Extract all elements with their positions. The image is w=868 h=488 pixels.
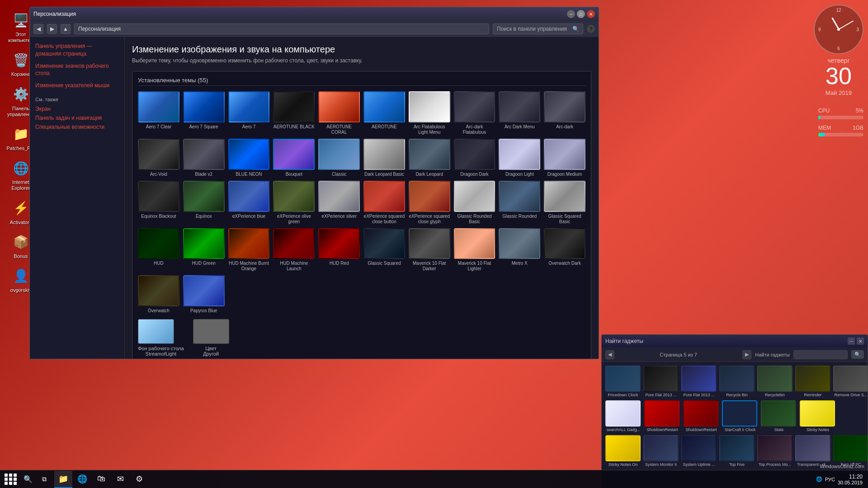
theme-item-aero7clear[interactable]: Aero 7 Clear bbox=[138, 91, 179, 135]
nav-forward-button[interactable]: ▶ bbox=[47, 24, 57, 34]
theme-item-expsqglyph[interactable]: eXPerience squared close glyph bbox=[409, 181, 450, 225]
gadget-item-shutdown1[interactable]: ShutdownRestart bbox=[644, 400, 680, 432]
gadget-item-starcraft-clock[interactable]: StarCraft II Clock bbox=[722, 400, 758, 432]
sidebar-accessibility-link[interactable]: Специальные возможности bbox=[35, 124, 119, 130]
theme-item-aero7sq[interactable]: Aero 7 Square bbox=[183, 91, 225, 135]
theme-item-metrox[interactable]: Metro X bbox=[499, 228, 540, 272]
theme-item-expsqbutton[interactable]: eXPerience squared close button bbox=[363, 181, 405, 225]
gadget-item-pricedown-clock[interactable]: Pricedown Clock bbox=[605, 366, 641, 398]
theme-item-papyrosblue[interactable]: Papyros Blue bbox=[183, 275, 225, 314]
theme-item-overwatch[interactable]: Overwatch bbox=[138, 275, 179, 314]
gadgets-search-input[interactable] bbox=[793, 350, 848, 359]
theme-item-hudmachineburnt[interactable]: HUD Machine Burnt Orange bbox=[228, 228, 270, 272]
nav-back-button[interactable]: ◀ bbox=[33, 24, 43, 34]
taskbar-app-store[interactable]: 🛍 bbox=[92, 471, 110, 488]
gadget-item-topprocess[interactable]: Top Process Mo... bbox=[757, 435, 793, 467]
gadgets-next-button[interactable]: ▶ bbox=[742, 350, 751, 359]
theme-item-expolive[interactable]: eXPerience olive green bbox=[273, 181, 315, 225]
search-box[interactable]: Поиск в панели управления 🔍 bbox=[493, 23, 583, 34]
sidebar-taskbar-link[interactable]: Панель задач и навигация bbox=[35, 115, 119, 121]
theme-item-dragonmed[interactable]: Dragoon Medium bbox=[544, 139, 585, 177]
start-button[interactable] bbox=[2, 471, 20, 488]
gadget-item-recycle-bin[interactable]: Recycle Bin bbox=[719, 366, 755, 398]
gadgets-close-button[interactable]: ✕ bbox=[857, 338, 864, 345]
window-maximize-button[interactable]: □ bbox=[577, 10, 585, 18]
theme-item-equinox[interactable]: Equinox bbox=[183, 181, 225, 225]
theme-item-arcdark[interactable]: Arc-dark bbox=[544, 91, 585, 135]
theme-item-maverick10light[interactable]: Maverick 10 Flat Lighter bbox=[454, 228, 495, 272]
theme-thumb-bouquet bbox=[273, 139, 315, 170]
theme-item-bouquet[interactable]: Bouquet bbox=[273, 139, 315, 177]
gadget-item-sysuptime[interactable]: System Uptime ... bbox=[681, 435, 717, 467]
theme-item-hudmachinelaunch[interactable]: HUD Machine Launch bbox=[273, 228, 315, 272]
theme-item-aerotune[interactable]: AEROTUNE bbox=[363, 91, 405, 135]
theme-item-arcvoid[interactable]: Arc-Void bbox=[138, 139, 179, 177]
theme-item-dragondark[interactable]: Dragoon Dark bbox=[454, 139, 495, 177]
gadget-item-reminder[interactable]: Reminder bbox=[795, 366, 830, 398]
nav-up-button[interactable]: ▲ bbox=[61, 24, 71, 34]
theme-item-darkleopard[interactable]: Dark Leopard bbox=[409, 139, 450, 177]
sidebar-screen-link[interactable]: Экран bbox=[35, 106, 119, 112]
gadget-item-sysmonitor[interactable]: System Monitor II bbox=[643, 435, 679, 467]
theme-item-bladev2[interactable]: Blade v2 bbox=[183, 139, 225, 177]
theme-item-hudgreen[interactable]: HUD Green bbox=[183, 228, 225, 272]
theme-item-darkleopbasic[interactable]: Dark Leopard Basic bbox=[363, 139, 405, 177]
wallpaper-item[interactable]: Фон рабочего стола StreamofLight bbox=[138, 319, 184, 357]
gadget-item-turnoff[interactable]: Turn off PC bbox=[833, 435, 868, 467]
theme-thumb-papyrosblue bbox=[183, 275, 225, 306]
address-bar[interactable]: Персонализация bbox=[74, 23, 489, 34]
taskbar-search-button[interactable]: 🔍 bbox=[20, 471, 36, 488]
theme-item-classic[interactable]: Classic bbox=[318, 139, 360, 177]
theme-item-aerocoral[interactable]: AEROTUNE CORAL bbox=[318, 91, 360, 135]
theme-item-aeroblack[interactable]: AEROTUNE BLACK bbox=[273, 91, 315, 135]
theme-item-hudred[interactable]: HUD Red bbox=[318, 228, 360, 272]
theme-item-glassicsq[interactable]: Glassic Squared bbox=[363, 228, 405, 272]
gadget-item-searchall[interactable]: searchALL Gadg... bbox=[605, 400, 642, 432]
gadget-item-stickynotes[interactable]: Sticky Notes bbox=[800, 400, 836, 432]
gadgets-search-button[interactable]: 🔍 bbox=[851, 350, 864, 359]
gadget-item-stats[interactable]: Stats bbox=[761, 400, 797, 432]
taskbar-app-control[interactable]: ⚙ bbox=[130, 471, 148, 488]
sidebar-home-link[interactable]: Панель управления — домашняя страница bbox=[35, 42, 119, 58]
theme-item-maverick10dark[interactable]: Maverick 10 Flat Darker bbox=[409, 228, 450, 272]
taskbar-app-file-explorer[interactable]: 📁 bbox=[54, 471, 72, 488]
theme-item-glassicsqbasic[interactable]: Glassic Squared Basic bbox=[544, 181, 585, 225]
tray-clock[interactable]: 11:20 30.05.2019 bbox=[838, 474, 863, 485]
theme-item-arcdarkmenu[interactable]: Arc-dark Flatabulous bbox=[454, 91, 495, 135]
theme-item-expblue[interactable]: eXPerience blue bbox=[228, 181, 270, 225]
gadgets-prev-button[interactable]: ◀ bbox=[605, 350, 614, 359]
theme-item-blueneon[interactable]: BLUE NEON bbox=[228, 139, 270, 177]
help-button[interactable]: ? bbox=[587, 25, 595, 33]
gadget-item-pureflat2013a[interactable]: Pure Flat 2013 ... bbox=[643, 366, 679, 398]
gadget-item-recyclebin2[interactable]: Recyclebin bbox=[757, 366, 793, 398]
theme-item-arcflatlight[interactable]: Arc Flatabulous Light Menu bbox=[409, 91, 450, 135]
theme-item-glassicroundbasic[interactable]: Glassic Rounded Basic bbox=[454, 181, 495, 225]
gadgets-minimize-button[interactable]: ─ bbox=[848, 338, 855, 345]
gadget-item-transparent[interactable]: Transparent - cl... bbox=[795, 435, 830, 467]
taskbar-task-view-button[interactable]: ⧉ bbox=[36, 471, 52, 488]
taskbar-app-edge[interactable]: 🌐 bbox=[73, 471, 91, 488]
gadget-item-topfive[interactable]: Top Five bbox=[719, 435, 755, 467]
theme-item-arcdarkmenu2[interactable]: Arc Dark Menu bbox=[499, 91, 540, 135]
gadgets-title: Найти гаджеты bbox=[605, 338, 643, 344]
window-minimize-button[interactable]: ─ bbox=[567, 10, 575, 18]
tray-time: 11:20 bbox=[838, 474, 863, 480]
theme-item-dragonlight[interactable]: Dragoon Light bbox=[499, 139, 540, 177]
theme-item-aero7[interactable]: Aero 7 bbox=[228, 91, 270, 135]
color-item[interactable]: Цвет Другой bbox=[193, 319, 229, 357]
taskbar-apps: 📁 🌐 🛍 ✉ ⚙ bbox=[54, 471, 148, 488]
theme-item-glassicround[interactable]: Glassic Rounded bbox=[499, 181, 540, 225]
page-title: Изменение изображения и звука на компьют… bbox=[132, 44, 591, 55]
theme-item-hud[interactable]: HUD bbox=[138, 228, 179, 272]
gadget-item-pureflat2013b[interactable]: Pure Flat 2013 ... bbox=[681, 366, 717, 398]
sidebar-icons-link[interactable]: Изменение значков рабочего стола bbox=[35, 62, 119, 78]
window-close-button[interactable]: ✕ bbox=[587, 10, 595, 18]
theme-item-expsilver[interactable]: eXPerience silver bbox=[318, 181, 360, 225]
theme-item-overwatchdark[interactable]: Overwatch Dark bbox=[544, 228, 585, 272]
gadget-item-stickynoteson[interactable]: Sticky Notes On bbox=[605, 435, 641, 467]
gadget-item-shutdown2[interactable]: ShutdownRestart bbox=[683, 400, 719, 432]
taskbar-app-mail[interactable]: ✉ bbox=[111, 471, 129, 488]
theme-item-equinoxblack[interactable]: Equinox Blackout bbox=[138, 181, 179, 225]
sidebar-cursor-link[interactable]: Изменение указателей мыши bbox=[35, 82, 119, 89]
gadget-item-removedrive[interactable]: Remove Drive S... bbox=[833, 366, 868, 398]
